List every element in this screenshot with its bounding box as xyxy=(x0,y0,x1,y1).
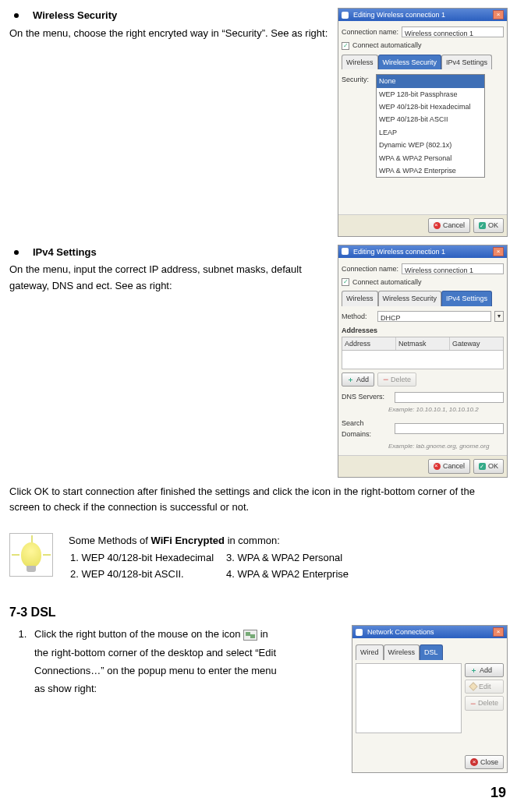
screenshot-wireless-security: Editing Wireless connection 1 × Connecti… xyxy=(338,8,508,237)
screenshot-network-connections: Network Connections × Wired Wireless DSL… xyxy=(352,625,508,773)
search-domains-label: Search Domains: xyxy=(342,418,391,440)
close-button[interactable]: ×Close xyxy=(465,755,504,769)
tabs: Wireless Wireless Security IPv4 Settings xyxy=(342,291,504,305)
dns-label: DNS Servers: xyxy=(342,391,391,402)
minus-icon: − xyxy=(470,701,476,707)
addresses-table-header: Address Netmask Gateway xyxy=(342,337,504,351)
dns-example: Example: 10.10.10.1, 10.10.10.2 xyxy=(342,405,504,415)
search-domains-input[interactable] xyxy=(395,423,504,434)
window-titlebar: Editing Wireless connection 1 × xyxy=(338,245,507,258)
tab-dsl[interactable]: DSL xyxy=(420,644,443,659)
section-dsl: Network Connections × Wired Wireless DSL… xyxy=(9,625,508,773)
tip-text: Some Methods of WiFi Encrypted in common… xyxy=(69,533,361,584)
security-option[interactable]: LEAP xyxy=(377,126,484,139)
plus-icon: ＋ xyxy=(470,665,477,676)
window-title: Editing Wireless connection 1 xyxy=(353,246,445,257)
tab-ipv4[interactable]: IPv4 Settings xyxy=(441,291,492,305)
window-icon xyxy=(342,248,349,255)
dns-input[interactable] xyxy=(395,392,504,403)
section-wireless-security: Editing Wireless connection 1 × Connecti… xyxy=(9,8,508,237)
connection-name-input[interactable]: Wireless connection 1 xyxy=(402,263,504,274)
tab-ipv4[interactable]: IPv4 Settings xyxy=(441,55,492,69)
window-icon xyxy=(342,12,349,19)
checkbox-icon: ✓ xyxy=(342,278,349,286)
ok-button[interactable]: OK xyxy=(473,218,504,232)
tabs: Wired Wireless DSL xyxy=(356,644,504,659)
connect-auto-checkbox[interactable]: ✓ Connect automatically xyxy=(342,277,504,288)
connect-auto-label: Connect automatically xyxy=(352,277,422,288)
chevron-down-icon: ▾ xyxy=(494,311,504,322)
addresses-table-body[interactable] xyxy=(342,351,504,369)
plus-icon: ＋ xyxy=(347,374,354,385)
heading-ipv4: IPv4 Settings xyxy=(9,245,338,261)
tip-box: Some Methods of WiFi Encrypted in common… xyxy=(9,533,508,584)
dialog-button-row: Cancel OK xyxy=(338,214,507,235)
security-option-none[interactable]: None xyxy=(377,75,484,87)
dsl-step-1: Click the right button of the mouse on t… xyxy=(30,625,279,698)
para-after: Click OK to start connection after finis… xyxy=(9,484,508,517)
para-ipv4: On the menu, input the correct IP addres… xyxy=(9,262,306,295)
window-titlebar: Editing Wireless connection 1 × xyxy=(338,9,507,21)
lightbulb-icon xyxy=(9,533,53,577)
para-wireless-security: On the menu, choose the right encryted w… xyxy=(9,26,337,42)
heading-wireless-security: Wireless Security xyxy=(9,8,338,24)
delete-button[interactable]: −Delete xyxy=(377,372,416,387)
connection-name-input[interactable]: Wireless connection 1 xyxy=(402,26,504,37)
ok-icon xyxy=(479,463,486,470)
security-label: Security: xyxy=(342,74,373,85)
security-option[interactable]: WPA & WPA2 Enterprise xyxy=(377,164,484,177)
dialog-button-row: Cancel OK xyxy=(338,455,507,476)
window-titlebar: Network Connections × xyxy=(352,626,507,638)
tabs: Wireless Wireless Security IPv4 Settings xyxy=(342,55,504,69)
tab-wireless[interactable]: Wireless xyxy=(384,644,420,659)
tab-wireless-security[interactable]: Wireless Security xyxy=(378,291,442,305)
close-icon[interactable]: × xyxy=(493,10,504,19)
tab-wireless[interactable]: Wireless xyxy=(342,291,378,305)
tab-wireless-security[interactable]: Wireless Security xyxy=(378,55,442,69)
security-option[interactable]: WEP 40/128-bit Hexadecimal xyxy=(377,101,484,113)
method-label: Method: xyxy=(342,311,374,322)
security-option[interactable]: WEP 128-bit Passphrase xyxy=(377,88,484,101)
cancel-button[interactable]: Cancel xyxy=(428,459,470,473)
connect-auto-label: Connect automatically xyxy=(352,40,422,51)
col-netmask: Netmask xyxy=(396,337,450,350)
add-button[interactable]: ＋Add xyxy=(342,372,374,387)
cancel-button[interactable]: Cancel xyxy=(428,218,470,232)
close-x-icon: × xyxy=(470,758,478,766)
method-select[interactable]: DHCP xyxy=(377,311,491,322)
addresses-heading: Addresses xyxy=(342,325,504,336)
section-ipv4: Editing Wireless connection 1 × Connecti… xyxy=(9,245,508,478)
page-number: 19 xyxy=(490,782,506,804)
add-button[interactable]: ＋Add xyxy=(465,663,504,677)
close-icon[interactable]: × xyxy=(493,627,504,637)
bullet-icon xyxy=(14,13,19,18)
cancel-icon xyxy=(434,463,441,470)
connection-name-row: Connection name: Wireless connection 1 xyxy=(342,263,504,274)
col-address: Address xyxy=(342,337,396,350)
security-dropdown[interactable]: None WEP 128-bit Passphrase WEP 40/128-b… xyxy=(376,74,485,178)
security-option[interactable]: Dynamic WEP (802.1x) xyxy=(377,139,484,151)
connection-name-label: Connection name: xyxy=(342,263,398,274)
connect-auto-checkbox[interactable]: ✓ Connect automatically xyxy=(342,40,504,51)
bullet-icon xyxy=(14,250,19,255)
connections-list[interactable] xyxy=(356,663,462,733)
search-domains-example: Example: lab.gnome.org, gnome.org xyxy=(342,442,504,452)
security-option[interactable]: WEP 40/128-bit ASCII xyxy=(377,113,484,125)
close-icon[interactable]: × xyxy=(493,247,504,256)
edit-button[interactable]: Edit xyxy=(465,680,504,694)
window-title: Network Connections xyxy=(367,627,434,637)
heading-dsl: 7-3 DSL xyxy=(9,602,508,623)
connection-name-row: Connection name: Wireless connection 1 xyxy=(342,26,504,37)
ok-button[interactable]: OK xyxy=(473,459,504,473)
tab-wired[interactable]: Wired xyxy=(356,644,384,659)
tab-wireless[interactable]: Wireless xyxy=(342,55,378,69)
ok-icon xyxy=(479,222,486,229)
security-option[interactable]: WPA & WPA2 Personal xyxy=(377,152,484,164)
screenshot-ipv4: Editing Wireless connection 1 × Connecti… xyxy=(338,245,508,478)
network-icon xyxy=(243,630,257,641)
pencil-icon xyxy=(469,683,477,691)
connection-name-label: Connection name: xyxy=(342,26,398,37)
delete-button[interactable]: −Delete xyxy=(465,696,504,710)
minus-icon: − xyxy=(383,376,388,383)
checkbox-icon: ✓ xyxy=(342,42,349,50)
